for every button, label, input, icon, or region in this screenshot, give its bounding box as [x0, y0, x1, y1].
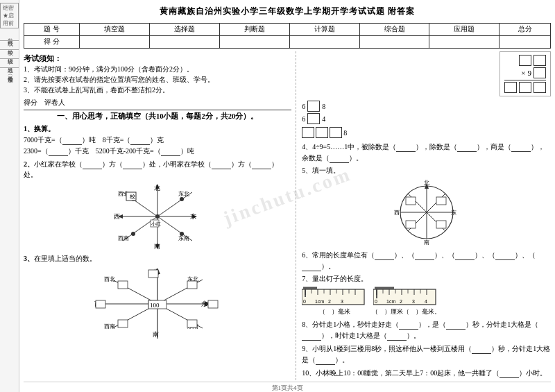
- q10-blank: [500, 367, 519, 378]
- svg-point-10: [180, 197, 184, 201]
- mult-cell-3: [533, 67, 546, 78]
- ruler2-label: （ ）厘米（ ）毫米。: [372, 307, 441, 316]
- southwest-label: 西南: [118, 235, 129, 241]
- question-8: 8、分针走1小格，秒针走好走（ ），是（ ）秒，分针走1大格是（ ），时针走1大…: [302, 318, 551, 341]
- blank-8: [252, 158, 271, 169]
- svg-rect-36: [118, 281, 128, 289]
- svg-text:东: 东: [201, 300, 207, 307]
- svg-point-8: [155, 214, 160, 219]
- add-r1-right: 8: [322, 103, 325, 110]
- score-header-fill: 填空题: [80, 24, 150, 36]
- margin-school: 学校: [0, 40, 19, 45]
- ruler2-svg: 0 1cm 2 3 4: [373, 286, 439, 307]
- mult-area: × 9: [302, 51, 551, 96]
- box-num: 8: [343, 129, 347, 137]
- svg-text:1cm: 1cm: [315, 299, 324, 304]
- q5-compass-wrap: 北 南 西 东: [302, 178, 551, 247]
- svg-rect-37: [187, 281, 197, 289]
- q6-b5: [302, 260, 321, 271]
- page-footer: 第1页共4页: [24, 382, 551, 392]
- exam-title: 黄南藏族自治州实验小学三年级数学上学期开学考试试题 附答案: [24, 6, 551, 17]
- south-label: 南: [154, 243, 160, 250]
- question-6: 6、常用的长度单位有（ ）、（ ）、（ ）、（ ）、（ ）。: [302, 249, 551, 271]
- compass-svg: 北 南 西 东 东北 西北 东南 西南 校: [112, 182, 203, 251]
- instruction-2: 2、请先按要求在试卷的指定位置填写您的姓名、班级、学号。: [24, 75, 291, 85]
- score-header-total: 总分: [500, 24, 551, 36]
- svg-text:1cm: 1cm: [386, 299, 395, 304]
- margin-id: 学号（座位）: [0, 67, 19, 72]
- section1-header: 一、用心思考，正确填空（共10小题，每题2分，共20分）。: [24, 110, 291, 121]
- q6-b4: [495, 249, 515, 260]
- q6-b2: [415, 249, 434, 260]
- q3-diagram: 北 南 西 东 东北 西北 东南 西南: [92, 266, 223, 342]
- add-r1-blank: [307, 101, 320, 112]
- right-column: × 9: [299, 51, 551, 380]
- q8-b4: [387, 330, 407, 341]
- west-label: 西: [114, 213, 120, 220]
- mult-cell-1: [519, 55, 531, 66]
- mult-operator: ×: [521, 69, 525, 77]
- score-cell-6: [429, 36, 500, 49]
- score-cell-4: [289, 36, 359, 49]
- northeast-label: 东北: [178, 191, 189, 197]
- ruler1-wrap: 0 1cm 2 3 （ ）毫米: [302, 286, 368, 316]
- mult-box: × 9: [500, 51, 551, 96]
- svg-rect-58: [406, 221, 416, 228]
- instruction-1: 1、考试时间：90分钟，满分为100分（含卷面分2分）。: [24, 65, 291, 74]
- southeast-label: 东南: [178, 235, 189, 241]
- q6-text: 6、常用的长度单位有（ ）、（ ）、（ ）、（ ）、（ ）。: [302, 251, 536, 270]
- blank-2: [130, 134, 150, 145]
- reviewer-label: 评卷人: [44, 98, 65, 108]
- svg-text:南: 南: [424, 239, 429, 246]
- score-header-comp: 综合题: [359, 24, 429, 36]
- add-r2-blank: [307, 113, 320, 124]
- margin-name: 姓名: [0, 58, 19, 63]
- q4-blank3: [511, 141, 531, 152]
- instructions: 考试须知： 1、考试时间：90分钟，满分为100分（含卷面分2分）。 2、请先按…: [24, 54, 291, 95]
- box-2: [316, 127, 328, 138]
- mult-row-1: [504, 55, 546, 66]
- svg-text:南: 南: [153, 331, 159, 338]
- binding-line-label: 装 订 线: [6, 33, 13, 36]
- svg-rect-59: [436, 221, 446, 228]
- svg-rect-56: [406, 197, 416, 205]
- q3-num: 3、: [24, 255, 34, 262]
- blank-3: [49, 145, 68, 156]
- mult-cell-2: [533, 55, 546, 66]
- question-1: 1、换算。 7000千克=（ ）吨 8千克=（ ）克 2300=（ ）千克 52…: [24, 123, 291, 156]
- q5-compass-svg: 北 南 西 东: [392, 178, 461, 247]
- question-2: 2、小红家在学校（ ）方（ ）处，小明家在学校（ ）方（ ）处。: [24, 158, 291, 180]
- boxes-row: 8: [302, 127, 551, 138]
- add-r2-right: 4: [322, 115, 325, 123]
- svg-text:3: 3: [341, 299, 343, 304]
- question-4: 4、4÷9=5……1中，被除数是（ ），除数是（ ），商是（ ），余数是（ ）。: [302, 141, 551, 163]
- q1-b: 2300=（ ）千克 5200千克-200千克=（ ）吨: [24, 147, 194, 155]
- score-cell-5: [359, 36, 429, 49]
- mult-num: 9: [528, 69, 532, 77]
- mult-result-1: [504, 82, 517, 93]
- score-cell-7: [500, 36, 551, 49]
- svg-rect-39: [187, 320, 197, 327]
- north-label: 北: [154, 185, 160, 191]
- svg-text:西北: 西北: [104, 276, 115, 282]
- mult-result-3: [533, 82, 546, 93]
- question-7: 7、量出钉子的长度。: [302, 273, 551, 284]
- header: 黄南藏族自治州实验小学三年级数学上学期开学考试试题 附答案: [24, 6, 551, 17]
- svg-text:4: 4: [425, 299, 427, 304]
- svg-text:西: 西: [394, 210, 400, 216]
- add-r2-left: 6: [302, 115, 305, 123]
- score-header-judge: 判断题: [219, 24, 289, 36]
- q1-a: 7000千克=（ ）吨 8千克=（ ）克: [24, 136, 164, 144]
- question-9: 9、小明从1楼到三楼用8秒，照这样他从一楼到五楼用（ ）秒，分针走1大格是（ ）…: [302, 343, 551, 365]
- svg-text:2: 2: [328, 299, 331, 304]
- q9-b1: [472, 343, 491, 354]
- add-row-1: 6 8: [302, 101, 551, 112]
- margin-class: 班级: [0, 49, 19, 54]
- paper-wrapper: jinchutu.com 黄南藏族自治州实验小学三年级数学上学期开学考试试题 附…: [19, 0, 555, 392]
- svg-text:西南: 西南: [104, 323, 115, 330]
- columns: 考试须知： 1、考试时间：90分钟，满分为100分（含卷面分2分）。 2、请先按…: [24, 51, 551, 380]
- box-3: [330, 127, 342, 138]
- svg-text:0: 0: [375, 299, 377, 304]
- ruler1-label: （ ）毫米: [319, 307, 350, 316]
- q8-b1: [399, 318, 418, 330]
